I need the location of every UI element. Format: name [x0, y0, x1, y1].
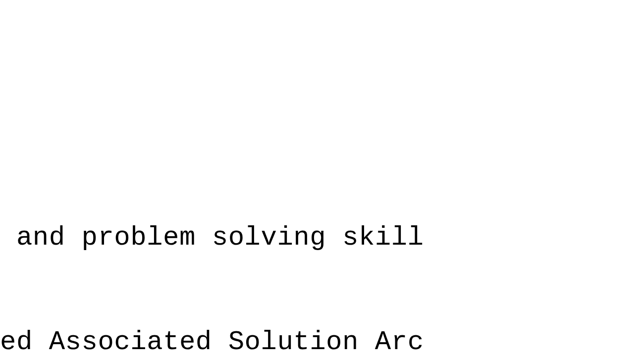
- text-line-2: ed Associated Solution Arc: [0, 325, 424, 360]
- text-line-1: and problem solving skill: [0, 220, 424, 255]
- document-text-block: and problem solving skill ed Associated …: [0, 151, 424, 362]
